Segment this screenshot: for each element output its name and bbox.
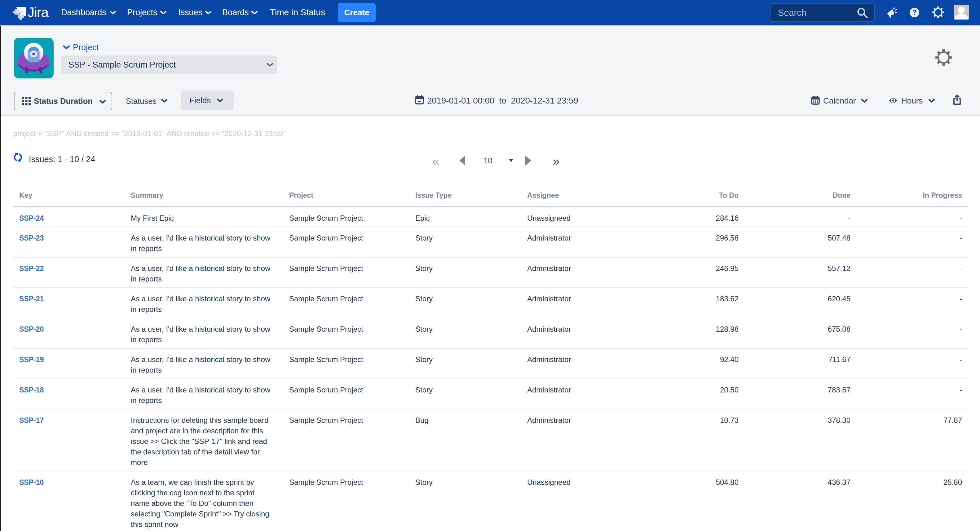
svg-text:?: ? bbox=[912, 8, 917, 16]
